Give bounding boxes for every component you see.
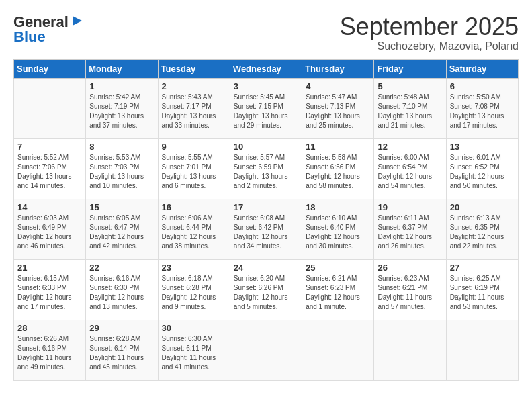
page-title: September 2025 bbox=[340, 13, 519, 40]
day-header-tuesday: Tuesday bbox=[158, 59, 230, 78]
day-header-wednesday: Wednesday bbox=[230, 59, 302, 78]
day-number: 18 bbox=[306, 202, 370, 212]
day-info: Sunrise: 6:00 AM Sunset: 6:54 PM Dayligh… bbox=[378, 153, 442, 191]
calendar-cell: 29Sunrise: 6:28 AM Sunset: 6:14 PM Dayli… bbox=[86, 320, 158, 380]
day-info: Sunrise: 6:16 AM Sunset: 6:30 PM Dayligh… bbox=[89, 274, 154, 312]
calendar-cell: 9Sunrise: 5:55 AM Sunset: 7:01 PM Daylig… bbox=[158, 138, 230, 199]
header: General Blue September 2025 Suchozebry, … bbox=[13, 13, 519, 52]
day-number: 26 bbox=[378, 263, 442, 273]
day-number: 11 bbox=[306, 142, 370, 152]
day-number: 29 bbox=[89, 323, 154, 333]
day-number: 16 bbox=[162, 202, 226, 212]
calendar-week-1: 1Sunrise: 5:42 AM Sunset: 7:19 PM Daylig… bbox=[14, 78, 519, 138]
day-number: 13 bbox=[450, 142, 515, 152]
day-info: Sunrise: 5:52 AM Sunset: 7:06 PM Dayligh… bbox=[17, 153, 82, 191]
day-number: 1 bbox=[89, 81, 154, 91]
calendar-cell: 24Sunrise: 6:20 AM Sunset: 6:26 PM Dayli… bbox=[230, 259, 302, 320]
calendar-week-4: 21Sunrise: 6:15 AM Sunset: 6:33 PM Dayli… bbox=[14, 259, 519, 320]
day-number: 15 bbox=[89, 202, 154, 212]
calendar-cell: 12Sunrise: 6:00 AM Sunset: 6:54 PM Dayli… bbox=[374, 138, 446, 199]
calendar-cell: 20Sunrise: 6:13 AM Sunset: 6:35 PM Dayli… bbox=[446, 199, 518, 259]
svg-marker-0 bbox=[73, 16, 82, 26]
day-number: 22 bbox=[89, 263, 154, 273]
day-number: 28 bbox=[17, 323, 82, 333]
calendar-cell bbox=[14, 78, 86, 138]
day-info: Sunrise: 5:48 AM Sunset: 7:10 PM Dayligh… bbox=[378, 93, 442, 130]
day-number: 19 bbox=[378, 202, 442, 212]
calendar-cell bbox=[230, 320, 302, 380]
calendar-table: SundayMondayTuesdayWednesdayThursdayFrid… bbox=[13, 59, 519, 381]
day-info: Sunrise: 5:47 AM Sunset: 7:13 PM Dayligh… bbox=[306, 93, 370, 130]
logo: General Blue bbox=[13, 13, 85, 46]
calendar-week-3: 14Sunrise: 6:03 AM Sunset: 6:49 PM Dayli… bbox=[14, 199, 519, 259]
day-info: Sunrise: 5:57 AM Sunset: 6:59 PM Dayligh… bbox=[234, 153, 298, 191]
day-info: Sunrise: 5:55 AM Sunset: 7:01 PM Dayligh… bbox=[162, 153, 226, 191]
day-info: Sunrise: 6:05 AM Sunset: 6:47 PM Dayligh… bbox=[89, 214, 154, 251]
calendar-cell: 27Sunrise: 6:25 AM Sunset: 6:19 PM Dayli… bbox=[446, 259, 518, 320]
day-number: 20 bbox=[450, 202, 515, 212]
day-number: 7 bbox=[17, 142, 82, 152]
day-header-saturday: Saturday bbox=[446, 59, 518, 78]
calendar-cell bbox=[374, 320, 446, 380]
day-info: Sunrise: 6:25 AM Sunset: 6:19 PM Dayligh… bbox=[450, 274, 515, 312]
day-info: Sunrise: 5:42 AM Sunset: 7:19 PM Dayligh… bbox=[89, 93, 154, 130]
calendar-cell: 8Sunrise: 5:53 AM Sunset: 7:03 PM Daylig… bbox=[86, 138, 158, 199]
calendar-cell: 6Sunrise: 5:50 AM Sunset: 7:08 PM Daylig… bbox=[446, 78, 518, 138]
day-info: Sunrise: 5:53 AM Sunset: 7:03 PM Dayligh… bbox=[89, 153, 154, 191]
calendar-cell: 21Sunrise: 6:15 AM Sunset: 6:33 PM Dayli… bbox=[14, 259, 86, 320]
calendar-cell bbox=[302, 320, 374, 380]
logo-arrow-icon bbox=[70, 13, 85, 28]
day-number: 8 bbox=[89, 142, 154, 152]
calendar-cell: 25Sunrise: 6:21 AM Sunset: 6:23 PM Dayli… bbox=[302, 259, 374, 320]
calendar-cell: 13Sunrise: 6:01 AM Sunset: 6:52 PM Dayli… bbox=[446, 138, 518, 199]
logo-text-block: General Blue bbox=[13, 13, 85, 46]
day-info: Sunrise: 6:28 AM Sunset: 6:14 PM Dayligh… bbox=[89, 334, 154, 372]
calendar-cell: 28Sunrise: 6:26 AM Sunset: 6:16 PM Dayli… bbox=[14, 320, 86, 380]
page-subtitle: Suchozebry, Mazovia, Poland bbox=[340, 40, 519, 52]
day-header-friday: Friday bbox=[374, 59, 446, 78]
day-info: Sunrise: 6:06 AM Sunset: 6:44 PM Dayligh… bbox=[162, 214, 226, 251]
day-number: 3 bbox=[234, 81, 298, 91]
calendar-cell: 3Sunrise: 5:45 AM Sunset: 7:15 PM Daylig… bbox=[230, 78, 302, 138]
day-number: 9 bbox=[162, 142, 226, 152]
calendar-cell: 23Sunrise: 6:18 AM Sunset: 6:28 PM Dayli… bbox=[158, 259, 230, 320]
day-info: Sunrise: 5:50 AM Sunset: 7:08 PM Dayligh… bbox=[450, 93, 515, 130]
day-number: 4 bbox=[306, 81, 370, 91]
calendar-cell: 10Sunrise: 5:57 AM Sunset: 6:59 PM Dayli… bbox=[230, 138, 302, 199]
calendar-cell: 17Sunrise: 6:08 AM Sunset: 6:42 PM Dayli… bbox=[230, 199, 302, 259]
day-info: Sunrise: 6:13 AM Sunset: 6:35 PM Dayligh… bbox=[450, 214, 515, 251]
calendar-cell: 11Sunrise: 5:58 AM Sunset: 6:56 PM Dayli… bbox=[302, 138, 374, 199]
day-info: Sunrise: 6:20 AM Sunset: 6:26 PM Dayligh… bbox=[234, 274, 298, 312]
calendar-cell: 5Sunrise: 5:48 AM Sunset: 7:10 PM Daylig… bbox=[374, 78, 446, 138]
title-area: September 2025 Suchozebry, Mazovia, Pola… bbox=[340, 13, 519, 52]
day-number: 24 bbox=[234, 263, 298, 273]
calendar-cell: 7Sunrise: 5:52 AM Sunset: 7:06 PM Daylig… bbox=[14, 138, 86, 199]
day-info: Sunrise: 5:45 AM Sunset: 7:15 PM Dayligh… bbox=[234, 93, 298, 130]
calendar-week-5: 28Sunrise: 6:26 AM Sunset: 6:16 PM Dayli… bbox=[14, 320, 519, 380]
calendar-cell: 16Sunrise: 6:06 AM Sunset: 6:44 PM Dayli… bbox=[158, 199, 230, 259]
day-info: Sunrise: 6:10 AM Sunset: 6:40 PM Dayligh… bbox=[306, 214, 370, 251]
day-info: Sunrise: 6:01 AM Sunset: 6:52 PM Dayligh… bbox=[450, 153, 515, 191]
day-header-monday: Monday bbox=[86, 59, 158, 78]
day-info: Sunrise: 6:23 AM Sunset: 6:21 PM Dayligh… bbox=[378, 274, 442, 312]
day-number: 21 bbox=[17, 263, 82, 273]
calendar-cell: 4Sunrise: 5:47 AM Sunset: 7:13 PM Daylig… bbox=[302, 78, 374, 138]
calendar-cell: 15Sunrise: 6:05 AM Sunset: 6:47 PM Dayli… bbox=[86, 199, 158, 259]
calendar-cell: 2Sunrise: 5:43 AM Sunset: 7:17 PM Daylig… bbox=[158, 78, 230, 138]
calendar-cell: 18Sunrise: 6:10 AM Sunset: 6:40 PM Dayli… bbox=[302, 199, 374, 259]
day-number: 17 bbox=[234, 202, 298, 212]
logo-blue: Blue bbox=[13, 28, 46, 46]
calendar-cell: 14Sunrise: 6:03 AM Sunset: 6:49 PM Dayli… bbox=[14, 199, 86, 259]
day-number: 6 bbox=[450, 81, 515, 91]
day-number: 25 bbox=[306, 263, 370, 273]
day-info: Sunrise: 6:08 AM Sunset: 6:42 PM Dayligh… bbox=[234, 214, 298, 251]
day-info: Sunrise: 6:26 AM Sunset: 6:16 PM Dayligh… bbox=[17, 334, 82, 372]
day-info: Sunrise: 5:43 AM Sunset: 7:17 PM Dayligh… bbox=[162, 93, 226, 130]
day-number: 10 bbox=[234, 142, 298, 152]
day-info: Sunrise: 6:03 AM Sunset: 6:49 PM Dayligh… bbox=[17, 214, 82, 251]
day-info: Sunrise: 6:11 AM Sunset: 6:37 PM Dayligh… bbox=[378, 214, 442, 251]
day-info: Sunrise: 5:58 AM Sunset: 6:56 PM Dayligh… bbox=[306, 153, 370, 191]
day-header-thursday: Thursday bbox=[302, 59, 374, 78]
calendar-cell: 1Sunrise: 5:42 AM Sunset: 7:19 PM Daylig… bbox=[86, 78, 158, 138]
day-info: Sunrise: 6:15 AM Sunset: 6:33 PM Dayligh… bbox=[17, 274, 82, 312]
